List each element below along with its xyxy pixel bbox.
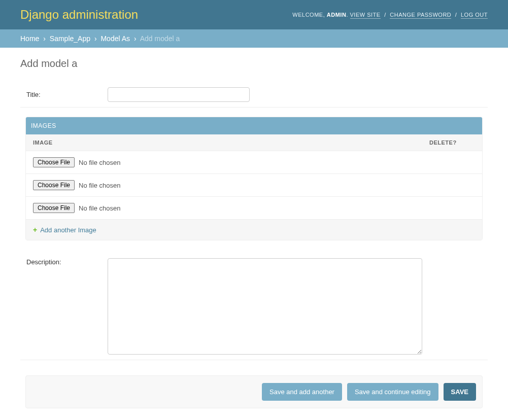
change-password-link[interactable]: CHANGE PASSWORD bbox=[390, 12, 451, 19]
breadcrumb-model[interactable]: Model As bbox=[100, 34, 130, 43]
view-site-link[interactable]: VIEW SITE bbox=[350, 12, 381, 19]
field-row-title: Title: bbox=[20, 82, 488, 108]
col-delete-label: DELETE? bbox=[429, 139, 475, 146]
chevron-right-icon: › bbox=[92, 34, 99, 43]
inline-row: Choose File No file chosen bbox=[26, 197, 482, 220]
inline-column-header: IMAGE DELETE? bbox=[26, 134, 482, 151]
breadcrumb: Home › Sample_App › Model As › Add model… bbox=[0, 29, 508, 48]
col-image-label: IMAGE bbox=[33, 139, 429, 146]
inline-images-module: IMAGES IMAGE DELETE? Choose File No file… bbox=[25, 117, 483, 240]
plus-icon: + bbox=[33, 226, 37, 234]
save-continue-button[interactable]: Save and continue editing bbox=[347, 383, 438, 401]
header-bar: Django administration WELCOME, ADMIN. VI… bbox=[0, 0, 508, 29]
add-row: + Add another Image bbox=[26, 220, 482, 240]
inline-row: Choose File No file chosen bbox=[26, 174, 482, 197]
separator: / bbox=[453, 12, 459, 18]
main-content: Add model a Title: IMAGES IMAGE DELETE? … bbox=[0, 48, 508, 420]
submit-row: Save and add another Save and continue e… bbox=[25, 375, 483, 408]
logout-link[interactable]: LOG OUT bbox=[461, 12, 488, 19]
save-add-another-button[interactable]: Save and add another bbox=[262, 383, 342, 401]
description-label: Description: bbox=[26, 258, 108, 266]
file-status: No file chosen bbox=[79, 159, 120, 166]
choose-file-button[interactable]: Choose File bbox=[33, 157, 75, 167]
file-status: No file chosen bbox=[79, 182, 120, 189]
add-another-label: Add another Image bbox=[40, 226, 96, 234]
breadcrumb-current: Add model a bbox=[140, 34, 180, 43]
user-tools: WELCOME, ADMIN. VIEW SITE / CHANGE PASSW… bbox=[292, 12, 488, 18]
choose-file-button[interactable]: Choose File bbox=[33, 180, 75, 190]
title-input[interactable] bbox=[108, 87, 250, 102]
field-row-description: Description: bbox=[20, 253, 488, 360]
chevron-right-icon: › bbox=[132, 34, 139, 43]
add-another-image-link[interactable]: + Add another Image bbox=[33, 226, 96, 234]
username: ADMIN bbox=[327, 12, 347, 18]
chevron-right-icon: › bbox=[41, 34, 48, 43]
inline-heading: IMAGES bbox=[26, 117, 482, 134]
breadcrumb-home[interactable]: Home bbox=[20, 34, 39, 43]
title-label: Title: bbox=[26, 91, 108, 98]
choose-file-button[interactable]: Choose File bbox=[33, 203, 75, 213]
branding-title: Django administration bbox=[20, 8, 138, 22]
page-title: Add model a bbox=[20, 58, 488, 69]
save-button[interactable]: SAVE bbox=[444, 383, 476, 401]
breadcrumb-app[interactable]: Sample_App bbox=[50, 34, 90, 43]
description-textarea[interactable] bbox=[108, 258, 422, 355]
separator: / bbox=[382, 12, 388, 18]
file-status: No file chosen bbox=[79, 204, 120, 212]
inline-row: Choose File No file chosen bbox=[26, 151, 482, 174]
welcome-label: WELCOME, bbox=[292, 12, 325, 18]
